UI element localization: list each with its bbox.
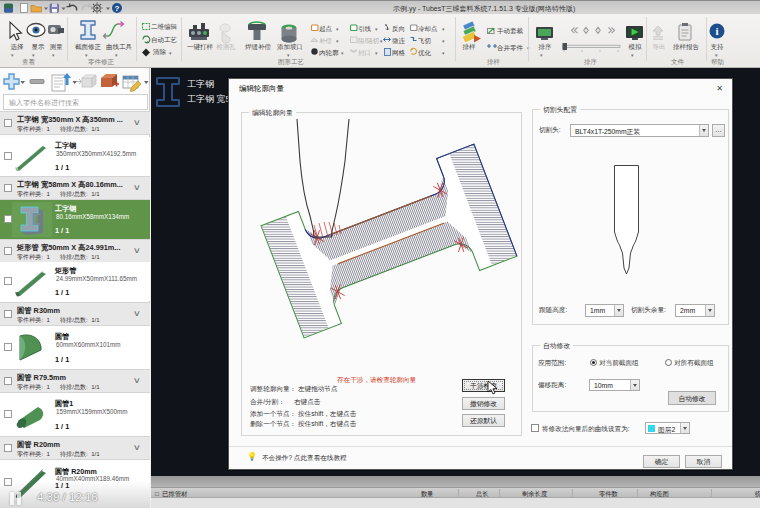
svg-text:?: ? — [115, 4, 120, 13]
svg-text:i: i — [715, 25, 718, 37]
